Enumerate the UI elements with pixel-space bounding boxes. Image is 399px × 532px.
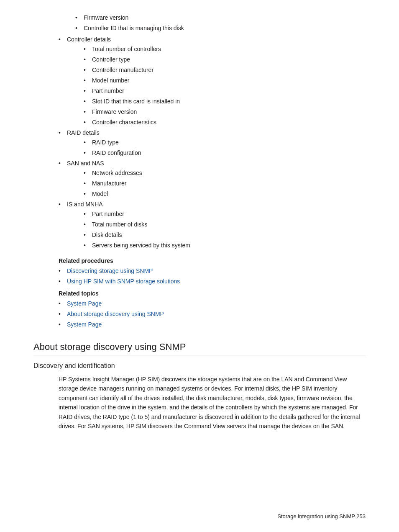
list-item-is-mnha: IS and MNHA Part number Total number of … (59, 200, 366, 250)
list-item: System Page (59, 299, 366, 308)
list-item: Slot ID that this card is installed in (84, 97, 366, 106)
related-procedures-heading: Related procedures (59, 257, 366, 264)
link-system-page-2[interactable]: System Page (67, 321, 102, 328)
list-item: Discovering storage using SNMP (59, 267, 366, 275)
list-item: Total number of disks (84, 220, 366, 229)
page-footer: Storage integration using SNMP 253 (277, 513, 366, 519)
list-item: RAID configuration (84, 149, 366, 157)
link-using-hp-sim[interactable]: Using HP SIM with SNMP storage solutions (67, 278, 180, 285)
list-item: Network addresses (84, 169, 366, 177)
list-item-san-nas: SAN and NAS Network addresses Manufactur… (59, 159, 366, 198)
list-item: Total number of controllers (84, 45, 366, 54)
list-item: About storage discovery using SNMP (59, 310, 366, 319)
list-item: Controller manufacturer (84, 66, 366, 75)
list-item: Manufacturer (84, 179, 366, 188)
raid-details-list: RAID type RAID configuration (84, 138, 366, 157)
list-item: Part number (84, 87, 366, 95)
related-procedures-section: Related procedures Discovering storage u… (59, 257, 366, 286)
list-item: Controller type (84, 55, 366, 64)
preceding-items-list: Firmware version Controller ID that is m… (75, 13, 366, 33)
link-discovering-storage[interactable]: Discovering storage using SNMP (67, 267, 153, 274)
list-item: System Page (59, 320, 366, 329)
related-topics-section: Related topics System Page About storage… (59, 290, 366, 329)
list-item: Controller ID that is managing this disk (75, 24, 366, 33)
is-mnha-list: Part number Total number of disks Disk d… (84, 210, 366, 250)
related-procedures-list: Discovering storage using SNMP Using HP … (59, 267, 366, 286)
related-topics-list: System Page About storage discovery usin… (59, 299, 366, 329)
list-item: Firmware version (75, 13, 366, 22)
page-container: Firmware version Controller ID that is m… (0, 0, 399, 456)
list-item-controller-details: Controller details Total number of contr… (59, 35, 366, 127)
list-item: Model number (84, 76, 366, 85)
section-body: HP Systems Insight Manager (HP SIM) disc… (59, 375, 366, 431)
link-about-storage-discovery[interactable]: About storage discovery using SNMP (67, 311, 164, 317)
section-sub-title: Discovery and identification (33, 362, 366, 370)
list-item-raid-details: RAID details RAID type RAID configuratio… (59, 129, 366, 157)
san-nas-list: Network addresses Manufacturer Model (84, 169, 366, 198)
list-item: Disk details (84, 231, 366, 239)
link-system-page-1[interactable]: System Page (67, 300, 102, 307)
list-item: Part number (84, 210, 366, 218)
list-item: Controller characteristics (84, 118, 366, 127)
related-topics-heading: Related topics (59, 290, 366, 297)
list-item: Model (84, 190, 366, 198)
controller-details-list: Total number of controllers Controller t… (84, 45, 366, 127)
list-item: Using HP SIM with SNMP storage solutions (59, 277, 366, 286)
section-title: About storage discovery using SNMP (33, 342, 366, 355)
list-item: Servers being serviced by this system (84, 241, 366, 250)
list-item: Firmware version (84, 108, 366, 116)
list-item: RAID type (84, 138, 366, 147)
top-level-list: Controller details Total number of contr… (59, 35, 366, 250)
